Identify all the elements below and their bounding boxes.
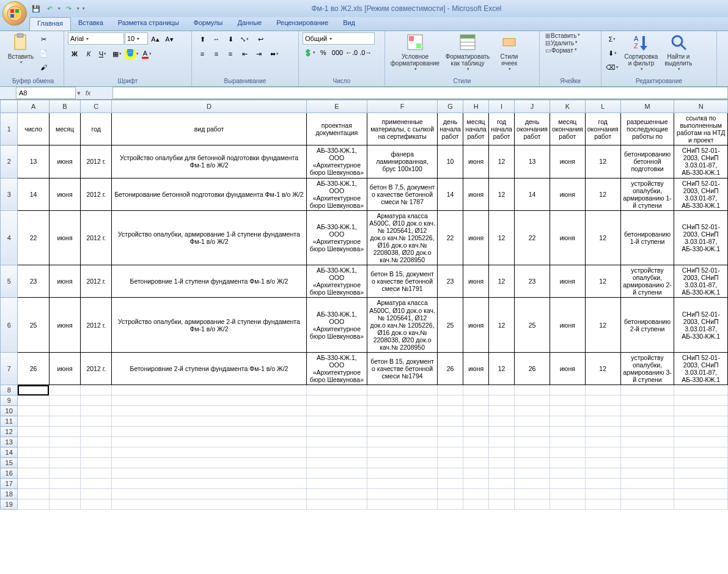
data-cell[interactable]: июня (550, 298, 585, 352)
data-cell[interactable]: АБ-330-КЖ.1, ООО «Архитектурное бюро Шев… (306, 178, 367, 210)
data-cell[interactable]: 13 (515, 145, 550, 178)
empty-cell[interactable] (674, 468, 728, 479)
empty-cell[interactable] (585, 427, 620, 437)
table-header-cell[interactable]: месяц окончания работ (550, 113, 585, 145)
data-cell[interactable]: 23 (438, 265, 463, 298)
empty-cell[interactable] (585, 479, 620, 489)
empty-cell[interactable] (112, 499, 306, 510)
table-header-cell[interactable]: вид работ (112, 113, 306, 145)
col-header-K[interactable]: K (550, 100, 585, 113)
empty-cell[interactable] (367, 427, 438, 437)
empty-cell[interactable] (550, 458, 585, 468)
tab-5[interactable]: Рецензирование (269, 17, 336, 31)
data-cell[interactable]: 25 (438, 298, 463, 352)
data-cell[interactable]: СНиП 52-01-2003, СНиП 3.03.01-87, АБ-330… (674, 265, 728, 298)
empty-cell[interactable] (463, 499, 489, 510)
name-box-dropdown-icon[interactable]: ▾ (76, 89, 82, 97)
align-center-icon[interactable]: ≡ (210, 47, 223, 61)
tab-4[interactable]: Данные (230, 17, 269, 31)
empty-cell[interactable] (620, 427, 674, 437)
indent-decrease-icon[interactable]: ⇤ (238, 47, 251, 61)
empty-cell[interactable] (306, 489, 367, 499)
row-header-1[interactable]: 1 (1, 113, 18, 145)
data-cell[interactable]: июня (49, 210, 80, 265)
empty-cell[interactable] (674, 499, 728, 510)
empty-cell[interactable] (620, 489, 674, 499)
empty-cell[interactable] (306, 499, 367, 510)
empty-cell[interactable] (49, 416, 80, 427)
empty-cell[interactable] (620, 447, 674, 458)
number-format-combo[interactable]: Общий▾ (303, 32, 375, 45)
data-cell[interactable]: устройству опалубки, армированию 3-й сту… (620, 352, 674, 385)
empty-cell[interactable] (112, 385, 306, 396)
data-cell[interactable]: Арматура класса А500С, Ø10 док.о кач.№ 1… (367, 210, 438, 265)
table-header-cell[interactable]: примененные материалы, с сылкой на серти… (367, 113, 438, 145)
data-cell[interactable]: июня (49, 352, 80, 385)
empty-cell[interactable] (620, 468, 674, 479)
empty-cell[interactable] (112, 489, 306, 499)
empty-cell[interactable] (585, 499, 620, 510)
fill-color-icon[interactable]: 🪣▾ (124, 47, 139, 61)
table-header-cell[interactable]: год (81, 113, 112, 145)
empty-cell[interactable] (112, 437, 306, 447)
empty-cell[interactable] (306, 416, 367, 427)
empty-cell[interactable] (585, 396, 620, 406)
fx-icon[interactable]: fx (82, 89, 94, 97)
sort-filter-button[interactable]: AZСортировка и фильтр▾ (623, 32, 660, 72)
name-box[interactable]: A8 (16, 87, 76, 99)
empty-cell[interactable] (674, 489, 728, 499)
empty-cell[interactable] (49, 396, 80, 406)
data-cell[interactable]: 12 (489, 178, 515, 210)
empty-cell[interactable] (620, 406, 674, 416)
empty-cell[interactable] (367, 489, 438, 499)
empty-cell[interactable] (585, 416, 620, 427)
empty-cell[interactable] (438, 499, 463, 510)
empty-cell[interactable] (306, 396, 367, 406)
empty-cell[interactable] (18, 427, 49, 437)
empty-cell[interactable] (306, 458, 367, 468)
empty-cell[interactable] (112, 416, 306, 427)
empty-cell[interactable] (81, 447, 112, 458)
data-cell[interactable]: 2012 г. (81, 298, 112, 352)
empty-cell[interactable] (515, 458, 550, 468)
empty-cell[interactable] (49, 479, 80, 489)
row-header-7[interactable]: 7 (1, 352, 18, 385)
empty-cell[interactable] (620, 385, 674, 396)
data-cell[interactable]: Устройство опалубки, армирование 2-й сту… (112, 298, 306, 352)
office-button[interactable] (2, 1, 27, 26)
empty-cell[interactable] (18, 458, 49, 468)
empty-cell[interactable] (367, 447, 438, 458)
data-cell[interactable]: 14 (18, 178, 49, 210)
data-cell[interactable]: 2012 г. (81, 265, 112, 298)
empty-cell[interactable] (489, 447, 515, 458)
empty-cell[interactable] (367, 468, 438, 479)
empty-cell[interactable] (585, 447, 620, 458)
data-cell[interactable]: 12 (585, 265, 620, 298)
empty-cell[interactable] (438, 458, 463, 468)
empty-cell[interactable] (489, 416, 515, 427)
align-bottom-icon[interactable]: ⬇ (224, 32, 237, 46)
empty-cell[interactable] (489, 427, 515, 437)
empty-cell[interactable] (49, 406, 80, 416)
data-cell[interactable]: 12 (489, 265, 515, 298)
row-header-9[interactable]: 9 (1, 396, 18, 406)
data-cell[interactable]: июня (463, 145, 489, 178)
empty-cell[interactable] (674, 479, 728, 489)
row-header-10[interactable]: 10 (1, 406, 18, 416)
data-cell[interactable]: 2012 г. (81, 210, 112, 265)
empty-cell[interactable] (515, 447, 550, 458)
empty-cell[interactable] (81, 406, 112, 416)
empty-cell[interactable] (18, 499, 49, 510)
empty-cell[interactable] (585, 406, 620, 416)
clear-icon[interactable]: ⌫▾ (605, 61, 619, 74)
data-cell[interactable]: 12 (489, 298, 515, 352)
empty-cell[interactable] (81, 396, 112, 406)
empty-cell[interactable] (81, 458, 112, 468)
empty-cell[interactable] (438, 479, 463, 489)
row-header-4[interactable]: 4 (1, 210, 18, 265)
empty-cell[interactable] (367, 406, 438, 416)
save-icon[interactable]: 💾 (31, 3, 42, 14)
empty-cell[interactable] (489, 396, 515, 406)
row-header-16[interactable]: 16 (1, 468, 18, 479)
empty-cell[interactable] (306, 406, 367, 416)
